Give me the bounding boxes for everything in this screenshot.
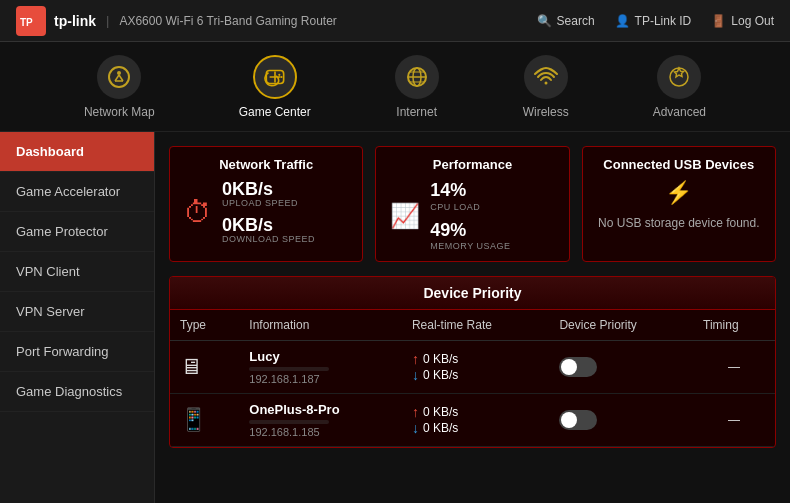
nav-item-internet[interactable]: Internet [383, 47, 451, 127]
tp-link-logo: TP [16, 6, 46, 36]
device-priority-toggle-0[interactable] [549, 341, 693, 394]
device-info-1: OnePlus-8-Pro 192.168.1.185 [239, 394, 402, 447]
device-type-1: 📱 [170, 394, 239, 447]
svg-point-9 [280, 75, 282, 77]
stats-row: Network Traffic ⏱ 0KB/s UPLOAD SPEED 0KB… [169, 146, 776, 262]
network-traffic-title: Network Traffic [184, 157, 348, 172]
priority-table: Type Information Real-time Rate Device P… [170, 310, 775, 447]
sidebar-label-vpn-server: VPN Server [16, 304, 85, 319]
content-area: Dashboard Game Accelerator Game Protecto… [0, 132, 790, 503]
logout-link[interactable]: 🚪 Log Out [711, 14, 774, 28]
device-priority-section: Device Priority Type Information Real-ti… [169, 276, 776, 448]
info-bar-1 [249, 420, 329, 424]
device-timing-1: — [693, 394, 775, 447]
search-label: Search [557, 14, 595, 28]
topbar-actions: 🔍 Search 👤 TP-Link ID 🚪 Log Out [537, 14, 774, 28]
sidebar-label-port-forwarding: Port Forwarding [16, 344, 108, 359]
nav-icon-wireless [524, 55, 568, 99]
usb-title: Connected USB Devices [597, 157, 761, 172]
sidebar-item-vpn-client[interactable]: VPN Client [0, 252, 154, 292]
tablet-icon: 📱 [180, 407, 207, 432]
tplink-id-label: TP-Link ID [635, 14, 692, 28]
arrow-up-icon-1: ↑ [412, 404, 419, 420]
device-type-0: 🖥 [170, 341, 239, 394]
sidebar-item-vpn-server[interactable]: VPN Server [0, 292, 154, 332]
nav-label-internet: Internet [396, 105, 437, 119]
search-icon: 🔍 [537, 14, 552, 28]
performance-card: Performance 📈 14% CPU Load 49% Memory Us… [375, 146, 569, 262]
device-priority-toggle-1[interactable] [549, 394, 693, 447]
search-link[interactable]: 🔍 Search [537, 14, 595, 28]
network-traffic-card: Network Traffic ⏱ 0KB/s UPLOAD SPEED 0KB… [169, 146, 363, 262]
cpu-stat: 14% CPU Load [430, 180, 510, 212]
device-rate-0: ↑ 0 KB/s ↓ 0 KB/s [402, 341, 550, 394]
col-timing: Timing [693, 310, 775, 341]
usb-card: Connected USB Devices ⚡ No USB storage d… [582, 146, 776, 262]
nav-item-advanced[interactable]: Advanced [641, 47, 718, 127]
nav-item-game-center[interactable]: Game Center [227, 47, 323, 127]
nav-icon-game-center [253, 55, 297, 99]
table-row: 🖥 Lucy 192.168.1.187 ↑ 0 KB/s [170, 341, 775, 394]
rate-down-1: ↓ 0 KB/s [412, 420, 540, 436]
svg-point-16 [670, 68, 688, 86]
nav-label-advanced: Advanced [653, 105, 706, 119]
sidebar-item-game-protector[interactable]: Game Protector [0, 212, 154, 252]
nav-label-game-center: Game Center [239, 105, 311, 119]
rate-up-0: ↑ 0 KB/s [412, 351, 540, 367]
nav-icon-internet [395, 55, 439, 99]
sidebar-item-game-diagnostics[interactable]: Game Diagnostics [0, 372, 154, 412]
svg-point-15 [544, 81, 547, 84]
sidebar-item-game-accelerator[interactable]: Game Accelerator [0, 172, 154, 212]
svg-text:TP: TP [20, 17, 33, 28]
priority-table-body: 🖥 Lucy 192.168.1.187 ↑ 0 KB/s [170, 341, 775, 447]
device-info-0: Lucy 192.168.1.187 [239, 341, 402, 394]
col-type: Type [170, 310, 239, 341]
sidebar-item-port-forwarding[interactable]: Port Forwarding [0, 332, 154, 372]
device-timing-0: — [693, 341, 775, 394]
info-bar-0 [249, 367, 329, 371]
sidebar-label-game-protector: Game Protector [16, 224, 108, 239]
svg-point-2 [109, 67, 129, 87]
nav-icon-advanced [657, 55, 701, 99]
col-info: Information [239, 310, 402, 341]
logout-icon: 🚪 [711, 14, 726, 28]
speedometer-icon: ⏱ [184, 196, 212, 229]
nav-divider: | [106, 13, 109, 28]
nav-label-wireless: Wireless [523, 105, 569, 119]
main-nav: Network Map Game Center Internet Wireles… [0, 42, 790, 132]
performance-body: 📈 14% CPU Load 49% Memory Usage [390, 180, 554, 251]
arrow-down-icon-0: ↓ [412, 367, 419, 383]
usb-icon: ⚡ [665, 180, 692, 206]
toggle-0[interactable] [559, 357, 597, 377]
rate-up-1: ↑ 0 KB/s [412, 404, 540, 420]
logo: TP tp-link [16, 6, 96, 36]
priority-table-header-row: Type Information Real-time Rate Device P… [170, 310, 775, 341]
sidebar-label-game-accelerator: Game Accelerator [16, 184, 120, 199]
speed-values: 0KB/s UPLOAD SPEED 0KB/s DOWNLOAD SPEED [222, 180, 315, 244]
perf-values: 14% CPU Load 49% Memory Usage [430, 180, 510, 251]
download-speed: 0KB/s DOWNLOAD SPEED [222, 216, 315, 244]
nav-icon-network-map [97, 55, 141, 99]
person-icon: 👤 [615, 14, 630, 28]
col-rate: Real-time Rate [402, 310, 550, 341]
sidebar-label-dashboard: Dashboard [16, 144, 84, 159]
performance-title: Performance [390, 157, 554, 172]
sidebar-item-dashboard[interactable]: Dashboard [0, 132, 154, 172]
sidebar-label-game-diagnostics: Game Diagnostics [16, 384, 122, 399]
table-row: 📱 OnePlus-8-Pro 192.168.1.185 ↑ 0 KB/s [170, 394, 775, 447]
priority-table-head: Type Information Real-time Rate Device P… [170, 310, 775, 341]
mem-stat: 49% Memory Usage [430, 220, 510, 252]
toggle-1[interactable] [559, 410, 597, 430]
nav-item-wireless[interactable]: Wireless [511, 47, 581, 127]
device-priority-header: Device Priority [170, 277, 775, 310]
svg-point-8 [278, 73, 280, 75]
tplink-id-link[interactable]: 👤 TP-Link ID [615, 14, 692, 28]
nav-item-network-map[interactable]: Network Map [72, 47, 167, 127]
svg-point-3 [117, 71, 121, 75]
sidebar-label-vpn-client: VPN Client [16, 264, 80, 279]
main-panel: Network Traffic ⏱ 0KB/s UPLOAD SPEED 0KB… [155, 132, 790, 503]
usb-message: No USB storage device found. [598, 216, 759, 230]
device-rate-1: ↑ 0 KB/s ↓ 0 KB/s [402, 394, 550, 447]
logout-label: Log Out [731, 14, 774, 28]
device-name-0: Lucy [249, 349, 392, 364]
